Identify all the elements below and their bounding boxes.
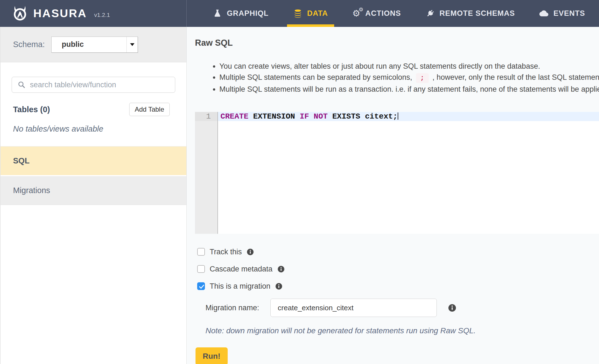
hasura-logo-icon — [12, 5, 28, 22]
tab-events[interactable]: EVENTS — [527, 0, 597, 27]
option-label: This is a migration — [210, 282, 270, 291]
sidebar-item-sql[interactable]: SQL — [1, 146, 186, 175]
add-table-button[interactable]: Add Table — [129, 103, 170, 116]
code-line-1: CREATE EXTENSION IF NOT EXISTS citext; — [218, 112, 599, 121]
page-title: Raw SQL — [195, 38, 599, 48]
info-bullets: You can create views, alter tables or ju… — [195, 61, 599, 95]
editor-code-area[interactable]: CREATE EXTENSION IF NOT EXISTS citext; — [218, 112, 599, 234]
cloud-icon — [539, 9, 549, 18]
run-button[interactable]: Run! — [196, 347, 228, 364]
flask-icon — [213, 9, 222, 18]
tab-label: REMOTE SCHEMAS — [440, 9, 515, 18]
migration-name-input[interactable] — [270, 299, 437, 317]
search-icon — [17, 81, 26, 89]
tab-data[interactable]: DATA — [281, 0, 340, 27]
schema-section: Schema: public — [1, 27, 186, 62]
option-track-this: Track this — [197, 247, 599, 257]
schema-selected-value: public — [52, 40, 126, 49]
sidebar-item-label: Migrations — [13, 186, 50, 195]
sql-text: EXTENSION — [248, 112, 300, 121]
migration-checkbox[interactable] — [197, 282, 205, 290]
info-icon — [448, 304, 456, 312]
tab-label: DATA — [307, 9, 328, 18]
editor-gutter: 1 — [195, 112, 218, 234]
sql-text — [309, 112, 314, 121]
main-content: Raw SQL You can create views, alter tabl… — [187, 27, 599, 364]
sidebar-item-label: SQL — [13, 156, 30, 165]
bullet-item: Multiple SQL statements can be separated… — [219, 72, 599, 84]
info-icon — [275, 283, 283, 290]
tables-header-row: Tables (0) Add Table — [13, 103, 170, 116]
nav-tabs: GRAPHIQL DATA ⚙⚙ ACTIONS — [200, 0, 597, 27]
info-icon — [277, 265, 285, 273]
track-this-checkbox[interactable] — [197, 248, 205, 256]
bullet-item: You can create views, alter tables or ju… — [219, 61, 599, 72]
search-input[interactable] — [30, 81, 169, 89]
schema-label: Schema: — [13, 40, 45, 49]
cascade-metadata-checkbox[interactable] — [197, 265, 205, 273]
select-arrow-zone — [126, 37, 138, 52]
sql-text: EXISTS citext; — [328, 112, 398, 121]
tab-remote-schemas[interactable]: REMOTE SCHEMAS — [413, 0, 527, 27]
migration-name-label: Migration name: — [205, 304, 259, 312]
sql-editor[interactable]: 1 CREATE EXTENSION IF NOT EXISTS citext; — [195, 112, 599, 234]
tab-label: ACTIONS — [365, 9, 401, 18]
chevron-down-icon — [130, 43, 134, 46]
bullet-item: Multiple SQL statements will be run as a… — [219, 84, 599, 95]
plug-icon — [425, 9, 435, 18]
sql-keyword: IF — [300, 112, 309, 121]
bullet-text: , however, only the result of the last S… — [430, 73, 599, 81]
migration-name-row: Migration name: — [205, 299, 599, 317]
search-section — [12, 77, 175, 93]
database-icon — [293, 9, 303, 18]
bullet-text: Multiple SQL statements can be separated… — [219, 73, 414, 81]
gears-icon: ⚙⚙ — [352, 9, 361, 18]
version-label: v1.2.1 — [94, 12, 110, 18]
sidebar: Schema: public Tables (0) Add Table No t… — [0, 27, 187, 364]
brand-area: HASURA v1.2.1 — [0, 0, 187, 27]
semicolon-code-chip: ; — [416, 73, 429, 83]
tables-heading: Tables (0) — [13, 105, 50, 114]
bullet-text: You can create views, alter tables or ju… — [219, 62, 540, 70]
option-cascade-metadata: Cascade metadata — [197, 264, 599, 274]
search-box — [12, 77, 175, 93]
tab-graphiql[interactable]: GRAPHIQL — [200, 0, 281, 27]
sql-options: Track this Cascade metadata This is a mi… — [197, 247, 599, 291]
sql-keyword: CREATE — [220, 112, 248, 121]
option-label: Track this — [210, 248, 242, 256]
tab-label: EVENTS — [554, 9, 585, 18]
option-label: Cascade metadata — [210, 265, 273, 273]
tab-label: GRAPHIQL — [227, 9, 269, 18]
migration-note: Note: down migration will not be generat… — [205, 326, 599, 335]
option-this-is-a-migration: This is a migration — [197, 281, 599, 291]
top-nav: HASURA v1.2.1 GRAPHIQL DATA ⚙⚙ — [0, 0, 599, 27]
bullet-text: Multiple SQL statements will be run as a… — [219, 85, 599, 93]
tab-actions[interactable]: ⚙⚙ ACTIONS — [340, 0, 413, 27]
schema-select[interactable]: public — [51, 37, 138, 53]
text-cursor — [398, 112, 398, 120]
sql-keyword: NOT — [314, 112, 328, 121]
info-icon — [247, 248, 254, 256]
sidebar-items: SQL Migrations — [1, 146, 186, 205]
sidebar-item-migrations[interactable]: Migrations — [1, 176, 186, 205]
line-number: 1 — [195, 112, 217, 121]
brand-name: HASURA — [33, 7, 87, 20]
no-tables-message: No tables/views available — [13, 124, 174, 134]
